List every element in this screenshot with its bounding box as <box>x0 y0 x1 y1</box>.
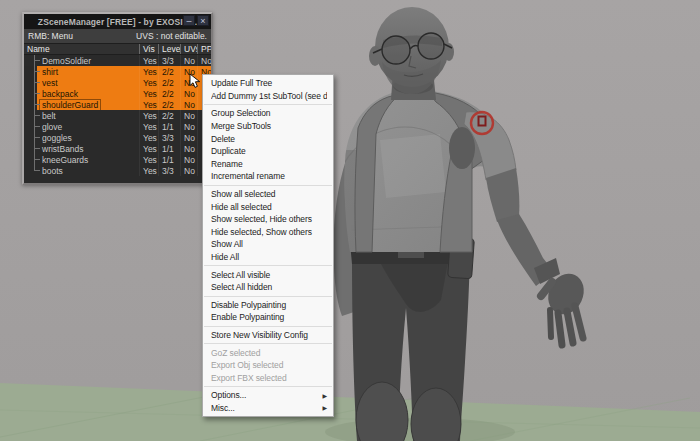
menu-separator <box>204 296 332 297</box>
subtool-level-value[interactable]: 2/2 <box>158 110 180 121</box>
menu-item-rename[interactable]: Rename <box>203 158 333 171</box>
menu-item-hide-all-selected[interactable]: Hide all selected <box>203 200 333 213</box>
subtool-vis-value[interactable]: Yes <box>139 77 158 88</box>
tree-branch-icon <box>34 159 40 160</box>
subtool-vis-value[interactable]: Yes <box>139 132 158 143</box>
subtool-level-value[interactable]: 1/1 <box>158 143 180 154</box>
menu-item-label: Show all selected <box>211 189 327 199</box>
column-header-name[interactable]: Name <box>24 44 139 54</box>
column-header-pp[interactable]: PP <box>197 44 211 54</box>
menu-item-show-all-selected[interactable]: Show all selected <box>203 188 333 201</box>
uvs-status: UVS : not editable. <box>136 31 207 41</box>
window-titlebar[interactable]: ZSceneManager [FREE] - by EXOSIDE. – × <box>24 14 211 29</box>
tree-branch-icon <box>34 104 40 105</box>
column-header-vis[interactable]: Vis <box>139 44 158 54</box>
subtool-uvs-value[interactable]: No <box>180 132 197 143</box>
subtool-vis-value[interactable]: Yes <box>139 110 158 121</box>
subtool-name: backpack <box>40 89 80 99</box>
subtool-level-value[interactable]: 2/2 <box>158 77 180 88</box>
subtool-uvs-value[interactable]: No <box>180 88 197 99</box>
subtool-list: DemoSoldierYes3/3NoNoshirtYes2/2NoNovest… <box>24 55 211 176</box>
menu-item-options[interactable]: Options...▶ <box>203 389 333 402</box>
subtool-uvs-value[interactable]: No <box>180 66 197 77</box>
menu-item-group-selection[interactable]: Group Selection <box>203 107 333 120</box>
menu-item-label: Update Full Tree <box>211 78 327 88</box>
subtool-row-goggles[interactable]: gogglesYes3/3No <box>24 132 211 143</box>
subtool-row-backpack[interactable]: backpackYes2/2No <box>24 88 211 99</box>
subtool-uvs-value[interactable]: No <box>180 154 197 165</box>
menu-item-label: Hide selected, Show others <box>211 227 327 237</box>
subtool-row-shirt[interactable]: shirtYes2/2NoNo <box>24 66 211 77</box>
subtool-vis-value[interactable]: Yes <box>139 121 158 132</box>
subtool-vis-value[interactable]: Yes <box>139 154 158 165</box>
tree-branch-icon <box>34 170 40 171</box>
menu-item-misc[interactable]: Misc...▶ <box>203 402 333 415</box>
menu-item-enable-polypainting[interactable]: Enable Polypainting <box>203 311 333 324</box>
menu-item-select-all-hidden[interactable]: Select All hidden <box>203 281 333 294</box>
subtool-vis-value[interactable]: Yes <box>139 55 158 66</box>
subtool-vis-value[interactable]: Yes <box>139 99 158 110</box>
menu-item-delete[interactable]: Delete <box>203 132 333 145</box>
subtool-row-kneeGuards[interactable]: kneeGuardsYes1/1No <box>24 154 211 165</box>
subtool-row-shoulderGuard[interactable]: shoulderGuardYes2/2No <box>24 99 211 110</box>
subtool-row-belt[interactable]: beltYes2/2No <box>24 110 211 121</box>
menu-item-update-full-tree[interactable]: Update Full Tree <box>203 77 333 90</box>
menu-item-hide-selected-show-others[interactable]: Hide selected, Show others <box>203 226 333 239</box>
subtool-row-DemoSoldier[interactable]: DemoSoldierYes3/3NoNo <box>24 55 211 66</box>
subtool-vis-value[interactable]: Yes <box>139 165 158 176</box>
menu-item-label: Hide all selected <box>211 202 327 212</box>
subtool-level-value[interactable]: 3/3 <box>158 55 180 66</box>
tree-branch-icon <box>34 148 40 149</box>
subtool-row-vest[interactable]: vestYes2/2No <box>24 77 211 88</box>
subtool-name-cell: DemoSoldier <box>24 55 139 66</box>
subtool-uvs-value[interactable]: No <box>180 143 197 154</box>
tree-branch-icon <box>34 137 40 138</box>
menu-item-goz-selected: GoZ selected <box>203 346 333 359</box>
close-button-icon[interactable]: × <box>197 15 209 26</box>
menu-item-disable-polypainting[interactable]: Disable Polypainting <box>203 299 333 312</box>
subtool-vis-value[interactable]: Yes <box>139 88 158 99</box>
menu-item-merge-subtools[interactable]: Merge SubTools <box>203 120 333 133</box>
subtool-uvs-value[interactable]: No <box>180 165 197 176</box>
subtool-vis-value[interactable]: Yes <box>139 66 158 77</box>
subtool-level-value[interactable]: 3/3 <box>158 165 180 176</box>
subtool-uvs-value[interactable]: No <box>180 110 197 121</box>
subtool-uvs-value[interactable]: No <box>180 77 197 88</box>
menu-item-select-all-visible[interactable]: Select All visible <box>203 268 333 281</box>
menu-item-add-dummy-1st-subtool-see-doc[interactable]: Add Dummy 1st SubTool (see doc) <box>203 90 333 103</box>
menu-item-show-selected-hide-others[interactable]: Show selected, Hide others <box>203 213 333 226</box>
tree-branch-icon <box>34 60 40 61</box>
menu-item-incremental-rename[interactable]: Incremental rename <box>203 170 333 183</box>
menu-item-label: Group Selection <box>211 108 327 118</box>
menu-item-duplicate[interactable]: Duplicate <box>203 145 333 158</box>
menu-separator <box>204 326 332 327</box>
subtool-row-glove[interactable]: gloveYes1/1No <box>24 121 211 132</box>
subtool-uvs-value[interactable]: No <box>180 99 197 110</box>
menu-item-store-new-visibility-config[interactable]: Store New Visibility Config <box>203 329 333 342</box>
subtool-uvs-value[interactable]: No <box>180 121 197 132</box>
subtool-pp-value[interactable]: No <box>197 55 211 66</box>
minimize-button-icon[interactable]: – <box>183 15 195 26</box>
subtool-level-value[interactable]: 1/1 <box>158 121 180 132</box>
subtool-level-value[interactable]: 3/3 <box>158 132 180 143</box>
menu-item-label: Add Dummy 1st SubTool (see doc) <box>211 91 327 101</box>
menu-item-label: Select All hidden <box>211 282 327 292</box>
subtool-name: boots <box>40 166 65 176</box>
subtool-vis-value[interactable]: Yes <box>139 143 158 154</box>
subtool-name: DemoSoldier <box>40 56 93 66</box>
menu-item-label: Incremental rename <box>211 171 327 181</box>
menu-item-show-all[interactable]: Show All <box>203 238 333 251</box>
menu-item-label: Store New Visibility Config <box>211 330 327 340</box>
subtool-level-value[interactable]: 2/2 <box>158 66 180 77</box>
column-header-level[interactable]: Level <box>158 44 180 54</box>
subtool-level-value[interactable]: 2/2 <box>158 99 180 110</box>
subtool-uvs-value[interactable]: No <box>180 55 197 66</box>
column-header-uvs[interactable]: UVs <box>180 44 197 54</box>
menu-separator <box>204 185 332 186</box>
menu-item-hide-all[interactable]: Hide All <box>203 251 333 264</box>
tree-branch-icon <box>34 115 40 116</box>
subtool-level-value[interactable]: 2/2 <box>158 88 180 99</box>
subtool-row-wristBands[interactable]: wristBandsYes1/1No <box>24 143 211 154</box>
subtool-row-boots[interactable]: bootsYes3/3No <box>24 165 211 176</box>
subtool-level-value[interactable]: 1/1 <box>158 154 180 165</box>
